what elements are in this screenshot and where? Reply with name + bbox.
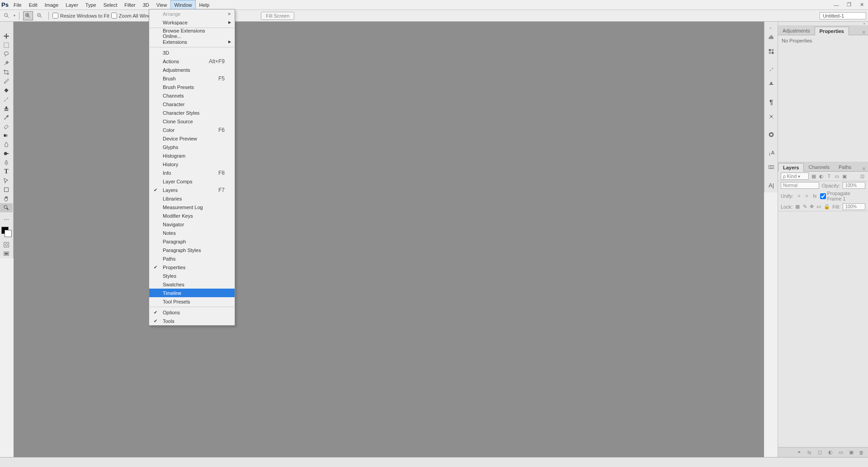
menu-item-navigator[interactable]: Navigator <box>149 220 235 229</box>
dodge-tool[interactable] <box>0 149 13 158</box>
menu-item-brush-presets[interactable]: Brush Presets <box>149 83 235 91</box>
smart-filter-icon[interactable]: ▣ <box>841 173 847 179</box>
menu-item-clone-source[interactable]: Clone Source <box>149 117 235 126</box>
menu-edit[interactable]: Edit <box>25 0 41 10</box>
layer-fx-icon[interactable]: fx <box>807 449 812 455</box>
menu-item-layer-comps[interactable]: Layer Comps <box>149 177 235 186</box>
unify-style-icon[interactable]: fx <box>812 193 818 199</box>
menu-item-swatches[interactable]: Swatches <box>149 280 235 289</box>
menu-item-modifier-keys[interactable]: Modifier Keys <box>149 211 235 220</box>
menu-item-arrange[interactable]: Arrange▶ <box>149 9 235 18</box>
lock-artboard-icon[interactable]: ▭ <box>816 204 821 210</box>
pen-tool[interactable] <box>0 158 13 167</box>
menu-item-workspace[interactable]: Workspace▶ <box>149 18 235 27</box>
lock-all-icon[interactable]: 🔒 <box>824 204 830 210</box>
menu-item-actions[interactable]: ActionsAlt+F9 <box>149 57 235 65</box>
menu-item-character-styles[interactable]: Character Styles <box>149 108 235 117</box>
lock-transparent-icon[interactable]: ▦ <box>795 204 800 210</box>
dock-glyph-icon[interactable] <box>764 160 778 174</box>
menu-item-adjustments[interactable]: Adjustments <box>149 65 235 74</box>
menu-item-measurement-log[interactable]: Measurement Log <box>149 203 235 211</box>
dock-character-icon[interactable]: ╷A <box>764 145 778 160</box>
unify-position-icon[interactable]: ✧ <box>796 193 802 199</box>
dock-adjust-icon[interactable] <box>764 109 778 124</box>
menu-item-paragraph[interactable]: Paragraph <box>149 237 235 246</box>
menu-item-glyphs[interactable]: Glyphs <box>149 143 235 151</box>
close-button[interactable]: ✕ <box>855 0 868 9</box>
marquee-tool[interactable] <box>0 41 13 50</box>
menu-item-notes[interactable]: Notes <box>149 229 235 237</box>
menu-filter[interactable]: Filter <box>121 0 139 10</box>
shape-tool[interactable] <box>0 185 13 194</box>
layers-tab[interactable]: Layers <box>778 163 804 172</box>
history-brush-tool[interactable] <box>0 113 13 122</box>
path-tool[interactable] <box>0 176 13 185</box>
menu-layer[interactable]: Layer <box>62 0 82 10</box>
menu-item-histogram[interactable]: Histogram <box>149 151 235 160</box>
dock-cc-icon[interactable] <box>764 127 778 142</box>
foreground-background-colors[interactable] <box>0 226 13 238</box>
opacity-input[interactable]: 100% <box>843 182 865 189</box>
menu-item-color[interactable]: ColorF6 <box>149 126 235 134</box>
menu-item-channels[interactable]: Channels <box>149 91 235 100</box>
layer-mask-icon[interactable]: ◻ <box>817 449 823 455</box>
layers-list[interactable] <box>778 211 868 447</box>
menu-item-layers[interactable]: ✔LayersF7 <box>149 186 235 194</box>
menu-item-character[interactable]: Character <box>149 100 235 108</box>
dock-brush-icon[interactable] <box>764 62 778 77</box>
menu-help[interactable]: Help <box>196 0 213 10</box>
blend-mode-select[interactable]: Normal <box>781 182 819 189</box>
crop-tool[interactable] <box>0 68 13 77</box>
healing-tool[interactable] <box>0 86 13 95</box>
unify-visibility-icon[interactable]: ✧ <box>804 193 810 199</box>
menu-item-timeline[interactable]: Timeline <box>149 289 235 297</box>
menu-view[interactable]: View <box>153 0 171 10</box>
channels-tab[interactable]: Channels <box>804 163 834 171</box>
screen-mode-button[interactable] <box>0 249 13 258</box>
eraser-tool[interactable] <box>0 122 13 131</box>
panel-menu-icon[interactable]: ≡ <box>860 166 868 171</box>
dock-histogram-icon[interactable] <box>764 30 778 44</box>
lasso-tool[interactable] <box>0 50 13 59</box>
kind-filter[interactable]: ρ Kind ▾ <box>781 173 809 180</box>
fill-input[interactable]: 100% <box>843 203 865 210</box>
shape-filter-icon[interactable]: ▭ <box>834 173 840 179</box>
menu-item-properties[interactable]: ✔Properties <box>149 263 235 271</box>
minimize-button[interactable]: — <box>830 0 843 9</box>
hand-tool[interactable] <box>0 194 13 203</box>
collapse-icon[interactable]: » <box>778 22 868 25</box>
brush-tool[interactable] <box>0 95 13 104</box>
menu-select[interactable]: Select <box>100 0 121 10</box>
quick-mask-button[interactable] <box>0 240 13 249</box>
magic-wand-tool[interactable] <box>0 59 13 68</box>
type-filter-icon[interactable]: T <box>826 173 832 179</box>
lock-pixels-icon[interactable]: ✎ <box>802 204 807 210</box>
menu-item-info[interactable]: InfoF8 <box>149 168 235 177</box>
stamp-tool[interactable] <box>0 104 13 113</box>
adjust-filter-icon[interactable]: ◐ <box>818 173 824 179</box>
paths-tab[interactable]: Paths <box>834 163 856 171</box>
eyedropper-tool[interactable] <box>0 77 13 86</box>
edit-toolbar-button[interactable]: ⋯ <box>0 215 13 224</box>
menu-type[interactable]: Type <box>82 0 100 10</box>
canvas-area[interactable] <box>14 22 764 457</box>
menu-item-brush[interactable]: BrushF5 <box>149 74 235 83</box>
filter-toggle-icon[interactable]: ⊡ <box>859 173 865 179</box>
menu-item-paragraph-styles[interactable]: Paragraph Styles <box>149 246 235 254</box>
menu-window[interactable]: Window <box>170 0 195 10</box>
maximize-button[interactable]: ❐ <box>843 0 855 9</box>
zoom-tool[interactable] <box>0 203 13 212</box>
menu-item-3d[interactable]: 3D <box>149 48 235 57</box>
propagate-checkbox[interactable]: Propagate Frame 1 <box>820 191 865 201</box>
dock-paragraph-icon[interactable]: ¶ <box>764 95 778 109</box>
collapse-icon[interactable]: » <box>764 26 778 30</box>
menu-item-libraries[interactable]: Libraries <box>149 194 235 203</box>
zoom-in-button[interactable] <box>23 11 33 20</box>
blur-tool[interactable] <box>0 140 13 149</box>
menu-image[interactable]: Image <box>41 0 62 10</box>
zoom-out-button[interactable] <box>35 11 45 20</box>
menu-item-device-preview[interactable]: Device Preview <box>149 134 235 143</box>
menu-3d[interactable]: 3D <box>139 0 153 10</box>
dock-clone-icon[interactable] <box>764 77 778 91</box>
properties-tab[interactable]: Properties <box>815 27 849 35</box>
